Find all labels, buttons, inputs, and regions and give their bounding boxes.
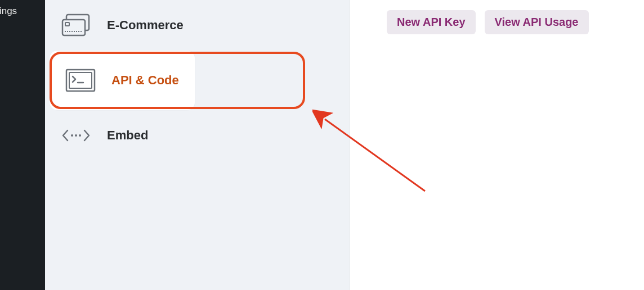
- svg-point-9: [79, 134, 81, 137]
- nav-item-api-code-wrapper: API & Code: [45, 51, 349, 110]
- svg-rect-5: [69, 72, 92, 88]
- new-api-key-button[interactable]: New API Key: [387, 10, 476, 34]
- svg-point-8: [75, 134, 77, 137]
- nav-item-api-code[interactable]: API & Code: [50, 51, 195, 110]
- ecommerce-icon: [61, 13, 91, 37]
- main-content-panel: New API Key View API Usage: [349, 0, 644, 290]
- nav-label-ecommerce: E-Commerce: [107, 18, 184, 33]
- embed-icon: [61, 124, 91, 147]
- settings-label-fragment: ettings: [0, 6, 17, 17]
- settings-nav-panel: E-Commerce API & Code: [45, 0, 349, 290]
- view-api-usage-button[interactable]: View API Usage: [485, 10, 589, 34]
- nav-label-api-code: API & Code: [111, 73, 179, 88]
- svg-point-7: [71, 134, 73, 137]
- code-terminal-icon: [65, 69, 96, 92]
- nav-item-ecommerce[interactable]: E-Commerce: [45, 0, 349, 51]
- nav-item-embed[interactable]: Embed: [45, 110, 349, 161]
- dark-sidebar: ettings: [0, 0, 45, 290]
- api-action-buttons: New API Key View API Usage: [387, 10, 589, 34]
- nav-label-embed: Embed: [107, 128, 148, 143]
